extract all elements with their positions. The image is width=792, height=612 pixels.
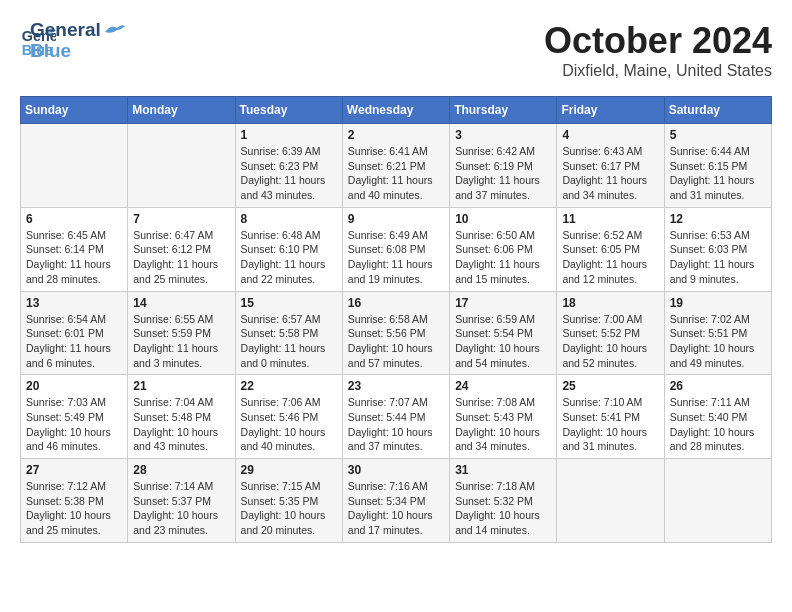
day-number: 3 — [455, 128, 551, 142]
day-info: Sunrise: 7:06 AMSunset: 5:46 PMDaylight:… — [241, 395, 337, 454]
day-info: Sunrise: 6:58 AMSunset: 5:56 PMDaylight:… — [348, 312, 444, 371]
calendar-cell: 24Sunrise: 7:08 AMSunset: 5:43 PMDayligh… — [450, 375, 557, 459]
day-info: Sunrise: 7:08 AMSunset: 5:43 PMDaylight:… — [455, 395, 551, 454]
day-number: 12 — [670, 212, 766, 226]
day-info: Sunrise: 6:42 AMSunset: 6:19 PMDaylight:… — [455, 144, 551, 203]
calendar-cell: 1Sunrise: 6:39 AMSunset: 6:23 PMDaylight… — [235, 124, 342, 208]
day-info: Sunrise: 6:50 AMSunset: 6:06 PMDaylight:… — [455, 228, 551, 287]
day-info: Sunrise: 6:54 AMSunset: 6:01 PMDaylight:… — [26, 312, 122, 371]
day-number: 4 — [562, 128, 658, 142]
calendar-cell: 4Sunrise: 6:43 AMSunset: 6:17 PMDaylight… — [557, 124, 664, 208]
day-number: 14 — [133, 296, 229, 310]
day-info: Sunrise: 7:10 AMSunset: 5:41 PMDaylight:… — [562, 395, 658, 454]
calendar-cell: 8Sunrise: 6:48 AMSunset: 6:10 PMDaylight… — [235, 207, 342, 291]
day-info: Sunrise: 6:55 AMSunset: 5:59 PMDaylight:… — [133, 312, 229, 371]
calendar-cell: 9Sunrise: 6:49 AMSunset: 6:08 PMDaylight… — [342, 207, 449, 291]
title-area: October 2024 Dixfield, Maine, United Sta… — [544, 20, 772, 80]
day-number: 15 — [241, 296, 337, 310]
column-header-friday: Friday — [557, 97, 664, 124]
calendar-cell: 10Sunrise: 6:50 AMSunset: 6:06 PMDayligh… — [450, 207, 557, 291]
calendar-cell: 22Sunrise: 7:06 AMSunset: 5:46 PMDayligh… — [235, 375, 342, 459]
page-title: October 2024 — [544, 20, 772, 62]
day-number: 19 — [670, 296, 766, 310]
calendar-cell — [557, 459, 664, 543]
day-info: Sunrise: 7:03 AMSunset: 5:49 PMDaylight:… — [26, 395, 122, 454]
calendar-table: SundayMondayTuesdayWednesdayThursdayFrid… — [20, 96, 772, 543]
day-number: 18 — [562, 296, 658, 310]
day-number: 20 — [26, 379, 122, 393]
day-info: Sunrise: 7:04 AMSunset: 5:48 PMDaylight:… — [133, 395, 229, 454]
day-info: Sunrise: 7:14 AMSunset: 5:37 PMDaylight:… — [133, 479, 229, 538]
calendar-cell: 2Sunrise: 6:41 AMSunset: 6:21 PMDaylight… — [342, 124, 449, 208]
calendar-cell: 15Sunrise: 6:57 AMSunset: 5:58 PMDayligh… — [235, 291, 342, 375]
calendar-cell — [21, 124, 128, 208]
calendar-cell: 29Sunrise: 7:15 AMSunset: 5:35 PMDayligh… — [235, 459, 342, 543]
calendar-cell: 18Sunrise: 7:00 AMSunset: 5:52 PMDayligh… — [557, 291, 664, 375]
day-info: Sunrise: 7:18 AMSunset: 5:32 PMDaylight:… — [455, 479, 551, 538]
day-number: 25 — [562, 379, 658, 393]
logo: General Blue General Blue — [20, 20, 125, 62]
calendar-header-row: SundayMondayTuesdayWednesdayThursdayFrid… — [21, 97, 772, 124]
logo-blue-text: Blue — [30, 41, 125, 62]
day-number: 23 — [348, 379, 444, 393]
calendar-week-row: 27Sunrise: 7:12 AMSunset: 5:38 PMDayligh… — [21, 459, 772, 543]
calendar-week-row: 1Sunrise: 6:39 AMSunset: 6:23 PMDaylight… — [21, 124, 772, 208]
day-number: 28 — [133, 463, 229, 477]
day-info: Sunrise: 6:48 AMSunset: 6:10 PMDaylight:… — [241, 228, 337, 287]
day-number: 26 — [670, 379, 766, 393]
day-number: 6 — [26, 212, 122, 226]
day-info: Sunrise: 7:11 AMSunset: 5:40 PMDaylight:… — [670, 395, 766, 454]
calendar-week-row: 13Sunrise: 6:54 AMSunset: 6:01 PMDayligh… — [21, 291, 772, 375]
calendar-week-row: 20Sunrise: 7:03 AMSunset: 5:49 PMDayligh… — [21, 375, 772, 459]
day-number: 1 — [241, 128, 337, 142]
column-header-tuesday: Tuesday — [235, 97, 342, 124]
calendar-cell — [664, 459, 771, 543]
day-number: 29 — [241, 463, 337, 477]
day-info: Sunrise: 7:07 AMSunset: 5:44 PMDaylight:… — [348, 395, 444, 454]
day-info: Sunrise: 6:41 AMSunset: 6:21 PMDaylight:… — [348, 144, 444, 203]
calendar-cell: 11Sunrise: 6:52 AMSunset: 6:05 PMDayligh… — [557, 207, 664, 291]
day-number: 9 — [348, 212, 444, 226]
calendar-cell: 21Sunrise: 7:04 AMSunset: 5:48 PMDayligh… — [128, 375, 235, 459]
calendar-cell: 26Sunrise: 7:11 AMSunset: 5:40 PMDayligh… — [664, 375, 771, 459]
day-info: Sunrise: 6:39 AMSunset: 6:23 PMDaylight:… — [241, 144, 337, 203]
day-info: Sunrise: 6:53 AMSunset: 6:03 PMDaylight:… — [670, 228, 766, 287]
calendar-cell: 5Sunrise: 6:44 AMSunset: 6:15 PMDaylight… — [664, 124, 771, 208]
day-info: Sunrise: 6:47 AMSunset: 6:12 PMDaylight:… — [133, 228, 229, 287]
calendar-cell: 23Sunrise: 7:07 AMSunset: 5:44 PMDayligh… — [342, 375, 449, 459]
column-header-saturday: Saturday — [664, 97, 771, 124]
day-info: Sunrise: 7:15 AMSunset: 5:35 PMDaylight:… — [241, 479, 337, 538]
calendar-cell: 3Sunrise: 6:42 AMSunset: 6:19 PMDaylight… — [450, 124, 557, 208]
column-header-wednesday: Wednesday — [342, 97, 449, 124]
logo-general-text: General — [30, 20, 101, 41]
column-header-thursday: Thursday — [450, 97, 557, 124]
day-number: 5 — [670, 128, 766, 142]
day-number: 11 — [562, 212, 658, 226]
day-number: 31 — [455, 463, 551, 477]
calendar-cell: 27Sunrise: 7:12 AMSunset: 5:38 PMDayligh… — [21, 459, 128, 543]
day-number: 10 — [455, 212, 551, 226]
calendar-cell: 13Sunrise: 6:54 AMSunset: 6:01 PMDayligh… — [21, 291, 128, 375]
calendar-cell: 25Sunrise: 7:10 AMSunset: 5:41 PMDayligh… — [557, 375, 664, 459]
day-number: 22 — [241, 379, 337, 393]
day-info: Sunrise: 6:52 AMSunset: 6:05 PMDaylight:… — [562, 228, 658, 287]
day-info: Sunrise: 6:44 AMSunset: 6:15 PMDaylight:… — [670, 144, 766, 203]
day-number: 8 — [241, 212, 337, 226]
calendar-week-row: 6Sunrise: 6:45 AMSunset: 6:14 PMDaylight… — [21, 207, 772, 291]
column-header-monday: Monday — [128, 97, 235, 124]
day-number: 13 — [26, 296, 122, 310]
day-info: Sunrise: 7:02 AMSunset: 5:51 PMDaylight:… — [670, 312, 766, 371]
day-number: 16 — [348, 296, 444, 310]
calendar-cell: 14Sunrise: 6:55 AMSunset: 5:59 PMDayligh… — [128, 291, 235, 375]
day-number: 17 — [455, 296, 551, 310]
day-number: 7 — [133, 212, 229, 226]
day-info: Sunrise: 7:12 AMSunset: 5:38 PMDaylight:… — [26, 479, 122, 538]
day-number: 2 — [348, 128, 444, 142]
calendar-cell: 30Sunrise: 7:16 AMSunset: 5:34 PMDayligh… — [342, 459, 449, 543]
calendar-cell: 19Sunrise: 7:02 AMSunset: 5:51 PMDayligh… — [664, 291, 771, 375]
logo-bird-icon — [103, 22, 125, 36]
calendar-cell: 28Sunrise: 7:14 AMSunset: 5:37 PMDayligh… — [128, 459, 235, 543]
calendar-cell: 12Sunrise: 6:53 AMSunset: 6:03 PMDayligh… — [664, 207, 771, 291]
column-header-sunday: Sunday — [21, 97, 128, 124]
day-info: Sunrise: 6:59 AMSunset: 5:54 PMDaylight:… — [455, 312, 551, 371]
